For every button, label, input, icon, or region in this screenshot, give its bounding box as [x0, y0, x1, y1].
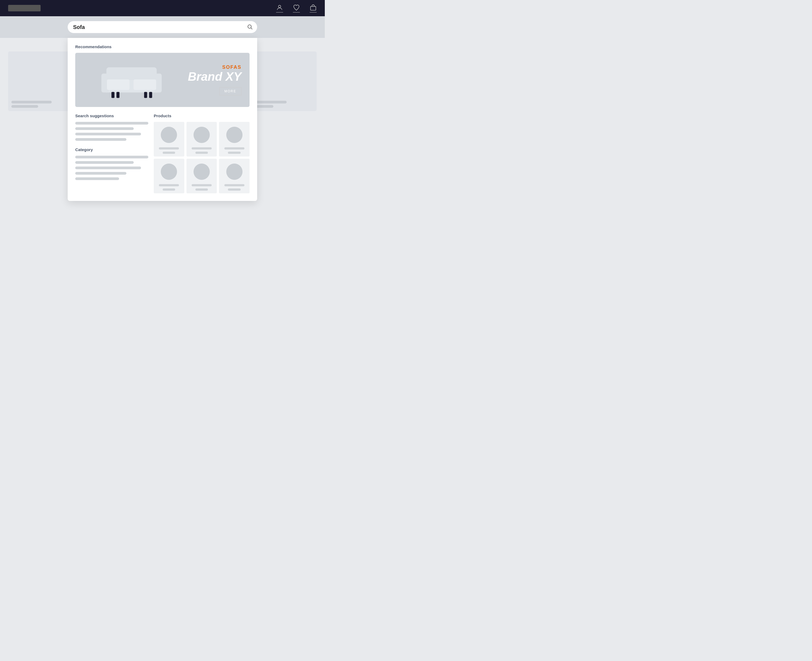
search-submit-button[interactable] — [247, 24, 253, 30]
search-icon — [247, 24, 253, 30]
product-title-4 — [159, 184, 179, 186]
suggestion-line-2[interactable] — [75, 127, 134, 130]
products-column: Products — [154, 113, 250, 193]
category-line-4[interactable] — [75, 172, 126, 175]
page-card-skel-1a — [11, 101, 52, 104]
heart-icon — [293, 4, 300, 11]
category-line-3[interactable] — [75, 166, 141, 169]
product-thumb-3 — [226, 127, 242, 143]
wishlist-underline — [293, 12, 300, 13]
suggestions-column: Search suggestions Category — [75, 113, 148, 193]
svg-rect-8 — [107, 79, 130, 90]
product-thumb-5 — [194, 164, 210, 180]
account-underline — [276, 12, 283, 13]
svg-rect-5 — [107, 67, 157, 80]
product-thumb-2 — [194, 127, 210, 143]
product-price-6 — [228, 188, 240, 191]
product-grid — [154, 122, 250, 193]
svg-point-0 — [279, 5, 281, 8]
banner-brand: Brand XY — [188, 70, 242, 83]
search-area — [0, 16, 325, 38]
category-label: Category — [75, 147, 148, 152]
product-title-5 — [192, 184, 212, 186]
user-icon — [276, 4, 283, 11]
more-button[interactable]: MORE — [219, 87, 242, 95]
category-line-5[interactable] — [75, 177, 119, 180]
svg-rect-11 — [116, 92, 119, 98]
search-dropdown: Recommendations — [68, 38, 257, 201]
product-title-3 — [224, 147, 244, 150]
product-card-1[interactable] — [154, 122, 184, 156]
product-title-1 — [159, 147, 179, 150]
top-navigation — [0, 0, 325, 16]
suggestion-line-3[interactable] — [75, 133, 141, 136]
product-thumb-1 — [161, 127, 177, 143]
category-line-2[interactable] — [75, 161, 134, 164]
product-thumb-6 — [226, 164, 242, 180]
product-price-1 — [163, 152, 175, 154]
svg-rect-9 — [134, 79, 156, 90]
cart-underline — [310, 12, 317, 13]
banner-text: SOFAS Brand XY MORE — [182, 64, 242, 95]
svg-point-2 — [248, 25, 252, 28]
suggestion-line-1[interactable] — [75, 122, 148, 125]
svg-rect-12 — [144, 92, 147, 98]
search-bar — [68, 21, 257, 33]
logo — [8, 5, 41, 11]
products-label: Products — [154, 113, 250, 118]
product-card-6[interactable] — [219, 159, 250, 193]
page-card-skel-1b — [11, 105, 38, 108]
product-title-2 — [192, 147, 212, 150]
search-input[interactable] — [73, 24, 247, 30]
suggestion-line-4[interactable] — [75, 138, 126, 141]
product-price-4 — [163, 188, 175, 191]
sofa-svg — [96, 58, 167, 102]
product-thumb-4 — [161, 164, 177, 180]
product-card-5[interactable] — [186, 159, 217, 193]
product-title-6 — [224, 184, 244, 186]
bag-icon — [310, 4, 317, 11]
wishlist-nav-item[interactable] — [293, 4, 300, 13]
recommendations-label: Recommendations — [75, 45, 250, 49]
svg-rect-10 — [111, 92, 115, 98]
product-card-2[interactable] — [186, 122, 217, 156]
cart-nav-item[interactable] — [310, 4, 317, 13]
product-card-4[interactable] — [154, 159, 184, 193]
svg-rect-1 — [310, 6, 316, 10]
search-suggestions-label: Search suggestions — [75, 113, 148, 118]
svg-line-3 — [251, 28, 252, 29]
account-nav-item[interactable] — [276, 4, 283, 13]
dropdown-bottom: Search suggestions Category Products — [75, 113, 250, 193]
product-card-3[interactable] — [219, 122, 250, 156]
recommendation-banner[interactable]: SOFAS Brand XY MORE — [75, 53, 250, 107]
product-price-2 — [196, 152, 208, 154]
nav-icons-group — [276, 4, 317, 13]
product-price-3 — [228, 152, 240, 154]
banner-category: SOFAS — [188, 64, 242, 70]
product-price-5 — [196, 188, 208, 191]
svg-rect-13 — [149, 92, 152, 98]
sofa-illustration — [81, 58, 182, 102]
category-line-1[interactable] — [75, 156, 148, 158]
